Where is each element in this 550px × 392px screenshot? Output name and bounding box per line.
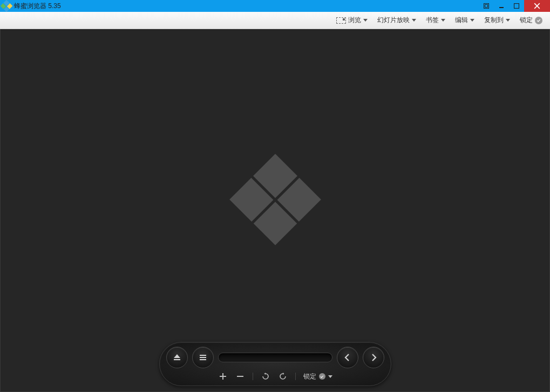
svg-rect-13 [237,376,243,377]
rotate-left-button[interactable] [261,372,270,381]
toolbar: 浏览 幻灯片放映 书签 编辑 复制到 锁定 [0,12,550,29]
maximize-icon [514,3,519,9]
svg-marker-14 [264,373,266,375]
minimize-icon [499,3,504,9]
svg-rect-2 [499,7,504,8]
zoom-out-button[interactable] [235,372,245,381]
lock-label-bottom: 锁定 [303,372,316,381]
lock-label: 锁定 [520,16,533,25]
svg-rect-3 [514,4,519,9]
rotate-right-icon [279,373,287,380]
list-icon [199,353,207,362]
window-controls [479,0,550,12]
svg-rect-8 [200,355,206,356]
svg-marker-15 [283,373,284,375]
chevron-right-icon [369,353,378,362]
copyto-menu[interactable]: 复制到 [482,15,512,26]
edit-label: 编辑 [455,16,468,25]
edit-menu[interactable]: 编辑 [453,15,477,26]
browse-icon [336,17,346,24]
zoom-in-button[interactable] [218,372,228,381]
svg-marker-16 [328,375,332,378]
browse-label: 浏览 [348,16,361,25]
chevron-down-icon [363,19,368,22]
plus-icon [219,373,227,380]
svg-rect-0 [484,4,489,9]
eject-button[interactable] [166,347,188,368]
maximize-button[interactable] [509,0,524,12]
list-button[interactable] [192,347,214,368]
placeholder-logo-icon [229,154,321,245]
divider [295,373,296,380]
divider [253,373,253,380]
close-icon [534,3,540,9]
image-viewport: 锁定 [0,29,550,392]
lock-toggle-bottom[interactable]: 锁定 [303,372,332,381]
titlebar: 蜂蜜浏览器 5.35 [0,0,550,12]
svg-rect-7 [174,359,180,360]
slideshow-label: 幻灯片放映 [377,16,410,25]
svg-rect-12 [220,376,226,377]
chevron-down-icon [412,19,416,22]
rotate-right-button[interactable] [278,372,288,381]
chevron-down-icon [328,374,332,379]
app-logo-icon [1,0,13,12]
check-circle-icon [319,373,325,380]
chevron-down-icon [441,19,445,22]
chevron-down-icon [470,19,474,22]
chevron-left-icon [343,353,352,362]
fullscreen-button[interactable] [479,0,494,12]
minimize-button[interactable] [494,0,509,12]
svg-rect-1 [485,5,488,8]
svg-rect-10 [200,359,206,360]
next-button[interactable] [363,347,384,368]
svg-rect-9 [200,357,206,358]
chevron-down-icon [506,19,510,22]
eject-icon [173,353,181,362]
window-title: 蜂蜜浏览器 5.35 [14,2,61,11]
check-circle-icon [535,17,542,24]
bookmark-label: 书签 [426,16,439,25]
progress-slider[interactable] [218,353,332,362]
fullscreen-icon [484,3,489,9]
previous-button[interactable] [337,347,358,368]
copyto-label: 复制到 [484,16,504,25]
lock-toggle[interactable]: 锁定 [518,15,545,26]
slideshow-menu[interactable]: 幻灯片放映 [375,15,418,26]
rotate-left-icon [262,373,269,380]
svg-marker-6 [174,354,180,358]
playback-control-bar: 锁定 [159,342,391,386]
progress-slider-wrap [218,353,332,362]
browse-menu[interactable]: 浏览 [334,15,370,26]
close-button[interactable] [524,0,550,12]
bookmark-menu[interactable]: 书签 [424,15,447,26]
minus-icon [236,373,244,380]
